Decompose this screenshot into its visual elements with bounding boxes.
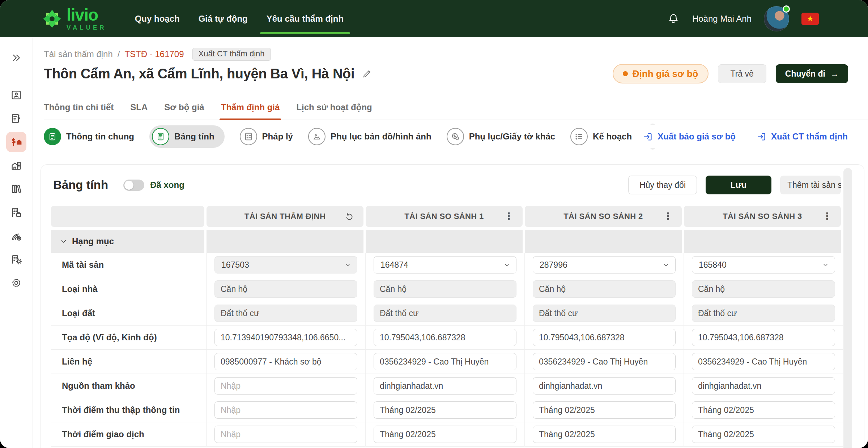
contact-input[interactable] <box>214 353 357 370</box>
step-phap-ly[interactable]: Pháp lý <box>240 128 293 145</box>
tab-thong-tin-chi-tiet[interactable]: Thông tin chi tiết <box>44 100 114 120</box>
sidebar-item-road-pricing[interactable] <box>6 226 26 246</box>
table-cell: 287996 <box>525 253 684 277</box>
export-preliminary-quote-link[interactable]: Xuất báo giá sơ bộ <box>643 132 736 142</box>
flag-star-icon: ★ <box>807 14 814 23</box>
sidebar-item-settings[interactable] <box>6 273 26 293</box>
export-valuation-certificate-link[interactable]: Xuất CT thẩm định <box>757 132 848 142</box>
section-row-cell <box>366 230 523 253</box>
cancel-changes-button[interactable]: Hủy thay đổi <box>628 176 697 194</box>
sidebar-item-organization[interactable] <box>6 249 26 270</box>
main-content: Tài sản thẩm định / TSTĐ - 161709 Xuất C… <box>33 37 868 448</box>
step-phu-luc-ban-do[interactable]: Phụ lục bản đồ/hình ảnh <box>308 128 431 145</box>
status-dot-icon <box>623 71 628 76</box>
transaction-time-input[interactable] <box>692 426 835 443</box>
table-cell <box>366 422 525 447</box>
gear-icon <box>10 277 22 289</box>
road-dollar-icon <box>10 230 22 242</box>
top-menu: Quy hoạch Giá tự động Yêu cầu thẩm định <box>134 0 344 37</box>
reference-source-input[interactable] <box>533 377 676 395</box>
coordinates-input[interactable] <box>214 329 357 346</box>
step-icon-circle <box>240 128 257 145</box>
refresh-icon[interactable] <box>345 212 354 221</box>
asset-code-select[interactable]: 165840 <box>692 256 835 273</box>
contact-input[interactable] <box>374 353 516 370</box>
step-bang-tinh[interactable]: Bảng tính <box>149 125 225 148</box>
select-value: 167503 <box>221 260 249 270</box>
coordinates-input[interactable] <box>692 329 835 346</box>
dollar-home-icon <box>10 136 22 148</box>
forward-button[interactable]: Chuyển đi → <box>776 64 848 83</box>
select-value: 165840 <box>699 260 727 270</box>
column-menu-icon[interactable]: ⋮ <box>504 212 514 221</box>
image-icon <box>312 132 322 141</box>
vertical-scrollbar[interactable] <box>843 168 852 448</box>
transaction-time-input[interactable] <box>533 426 676 443</box>
coordinates-input[interactable] <box>533 329 676 346</box>
contact-input[interactable] <box>533 353 676 370</box>
nav-item-quy-hoach[interactable]: Quy hoạch <box>134 0 180 37</box>
collection-time-input[interactable] <box>692 401 835 419</box>
reference-source-input[interactable] <box>692 377 835 395</box>
nav-item-gia-tu-dong[interactable]: Giá tự động <box>198 0 248 37</box>
tab-lich-su-hoat-dong[interactable]: Lịch sử hoạt động <box>296 100 372 120</box>
toggle-knob <box>124 181 133 190</box>
asset-code-select[interactable]: 164874 <box>374 256 516 273</box>
asset-code-select[interactable]: 167503 <box>214 256 357 273</box>
language-flag-vietnam[interactable]: ★ <box>801 13 819 25</box>
user-avatar[interactable] <box>764 6 789 31</box>
sidebar-item-real-estate[interactable] <box>6 155 26 176</box>
transaction-time-input[interactable] <box>374 426 516 443</box>
table-cell <box>525 398 684 422</box>
chevron-down-icon <box>345 262 350 268</box>
sidebar-expand-button[interactable] <box>6 52 26 64</box>
section-row-hang-muc[interactable]: Hạng mục <box>51 230 204 253</box>
ordered-list-icon <box>574 132 584 141</box>
table-cell <box>684 398 843 422</box>
save-button[interactable]: Lưu <box>706 176 771 194</box>
column-menu-icon[interactable]: ⋮ <box>663 212 673 221</box>
sidebar-item-valuation-request[interactable] <box>6 108 26 129</box>
table-cell: 165840 <box>684 253 843 277</box>
tab-label: Sơ bộ giá <box>164 102 204 112</box>
nav-item-yeu-cau-tham-dinh[interactable]: Yêu cầu thẩm định <box>266 0 344 37</box>
reference-source-input[interactable] <box>374 377 516 395</box>
tab-so-bo-gia[interactable]: Sơ bộ giá <box>164 100 204 120</box>
chevron-down-icon <box>823 262 828 268</box>
step-icon-circle <box>152 128 169 145</box>
table-cell <box>366 350 525 374</box>
transaction-time-input[interactable] <box>214 426 357 443</box>
table-cell <box>525 422 684 447</box>
table-cell <box>366 374 525 398</box>
arrow-right-icon: → <box>830 69 839 79</box>
section-row-cell <box>207 230 363 253</box>
collection-time-input[interactable] <box>533 401 676 419</box>
step-thong-tin-chung[interactable]: Thông tin chung <box>44 128 134 145</box>
sidebar-item-contact-card[interactable] <box>6 85 26 105</box>
edit-title-icon[interactable] <box>362 68 373 79</box>
sidebar-item-library[interactable] <box>6 179 26 199</box>
notification-bell-icon[interactable] <box>667 12 680 25</box>
contact-input[interactable] <box>692 353 835 370</box>
table-cell <box>525 326 684 350</box>
step-phu-luc-giay-to[interactable]: Phụ lục/Giấy tờ khác <box>447 128 555 145</box>
sidebar-item-asset-pricing[interactable] <box>6 132 26 152</box>
collection-time-input[interactable] <box>214 401 357 419</box>
house-type-field <box>214 280 357 298</box>
library-books-icon <box>10 183 22 195</box>
user-name[interactable]: Hoàng Mai Anh <box>692 14 752 24</box>
column-menu-icon[interactable]: ⋮ <box>822 212 832 221</box>
return-button[interactable]: Trả về <box>718 64 766 83</box>
collection-time-input[interactable] <box>374 401 516 419</box>
add-comparable-button[interactable]: Thêm tài sản so sánh <box>780 176 841 194</box>
coordinates-input[interactable] <box>374 329 516 346</box>
asset-code-select[interactable]: 287996 <box>533 256 676 273</box>
tab-sla[interactable]: SLA <box>130 100 148 120</box>
breadcrumb-root-link[interactable]: Tài sản thẩm định <box>44 49 113 59</box>
tab-tham-dinh-gia[interactable]: Thẩm định giá <box>221 100 280 120</box>
brand-logo[interactable]: livio VALUER <box>43 7 107 31</box>
reference-source-input[interactable] <box>214 377 357 395</box>
sidebar-item-office-briefcase[interactable] <box>6 202 26 223</box>
done-toggle[interactable] <box>123 180 144 191</box>
column-header-label: TÀI SẢN THẨM ĐỊNH <box>244 212 326 221</box>
